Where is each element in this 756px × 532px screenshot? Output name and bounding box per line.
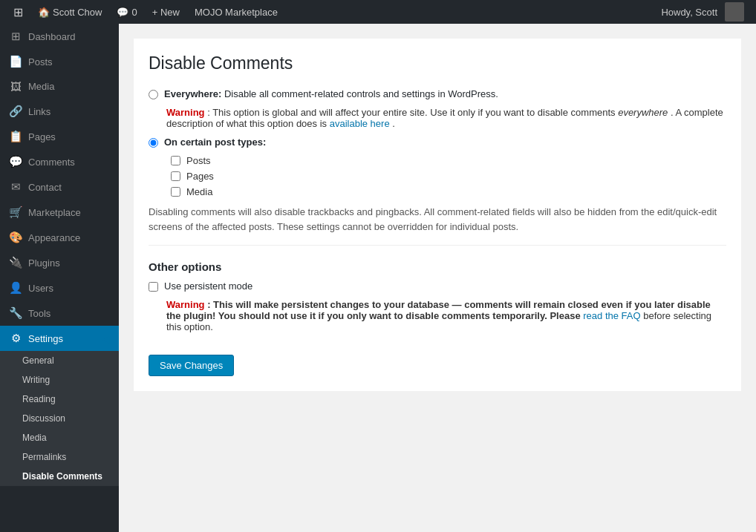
media-checkbox-label[interactable]: Media xyxy=(186,186,212,197)
pages-checkbox-row: Pages xyxy=(171,171,726,182)
active-arrow: ◀ xyxy=(102,333,110,344)
pages-checkbox[interactable] xyxy=(171,171,180,181)
certain-types-option-row: On certain post types: xyxy=(149,137,726,148)
media-icon: 🖼 xyxy=(9,80,22,93)
media-checkbox[interactable] xyxy=(171,187,180,197)
sidebar-item-appearance[interactable]: 🎨 Appearance xyxy=(0,225,119,250)
appearance-icon: 🎨 xyxy=(9,231,22,244)
section-divider xyxy=(149,245,726,246)
sidebar-item-comments[interactable]: 💬 Comments xyxy=(0,149,119,174)
new-label: + New xyxy=(152,7,180,18)
comments-count: 0 xyxy=(131,7,137,18)
plugins-icon: 🔌 xyxy=(9,256,22,269)
pages-checkbox-label[interactable]: Pages xyxy=(186,171,214,182)
media-checkbox-row: Media xyxy=(171,186,726,197)
main-content: Disable Comments Everywhere: Disable all… xyxy=(119,24,756,532)
site-name-button[interactable]: 🏠 Scott Chow xyxy=(30,0,109,24)
admin-bar: ⊞ 🏠 Scott Chow 💬 0 + New MOJO Marketplac… xyxy=(0,0,756,24)
sidebar-item-label: Appearance xyxy=(28,232,80,243)
sidebar-item-label: Links xyxy=(28,106,50,117)
new-content-button[interactable]: + New xyxy=(145,0,187,24)
sidebar-item-label: Contact xyxy=(28,182,62,193)
sidebar-item-media[interactable]: 🖼 Media xyxy=(0,74,119,99)
sidebar-item-label: Users xyxy=(28,283,53,294)
post-type-checkboxes: Posts Pages Media xyxy=(171,155,726,197)
comments-icon: 💬 xyxy=(9,155,22,168)
other-options-title: Other options xyxy=(149,260,726,273)
marketplace-icon: 🛒 xyxy=(9,206,22,219)
posts-icon: 📄 xyxy=(9,55,22,68)
sidebar-item-label: Marketplace xyxy=(28,207,81,218)
everywhere-option-row: Everywhere: Disable all comment-related … xyxy=(149,88,726,99)
persistent-warning: Warning : This will make persistent chan… xyxy=(166,299,726,332)
sidebar-item-posts[interactable]: 📄 Posts xyxy=(0,49,119,74)
comments-button[interactable]: 💬 0 xyxy=(109,0,144,24)
sidebar-item-label: Settings xyxy=(28,333,63,344)
radio-everywhere[interactable] xyxy=(149,90,158,99)
persistent-mode-row: Use persistent mode xyxy=(149,280,726,292)
warning-text1: : This option is global and will affect … xyxy=(207,107,618,118)
page-title: Disable Comments xyxy=(149,53,726,73)
home-icon: 🏠 xyxy=(38,7,50,18)
howdy-text: Howdy, Scott xyxy=(654,7,725,18)
sidebar-item-links[interactable]: 🔗 Links xyxy=(0,99,119,124)
dashboard-icon: ⊞ xyxy=(9,30,22,43)
user-avatar xyxy=(725,2,744,22)
submenu-item-discussion[interactable]: Discussion xyxy=(0,409,119,428)
submenu-item-media[interactable]: Media xyxy=(0,428,119,447)
submenu-item-reading[interactable]: Reading xyxy=(0,390,119,409)
posts-checkbox[interactable] xyxy=(171,156,180,165)
sidebar-item-pages[interactable]: 📋 Pages xyxy=(0,124,119,149)
sidebar-item-plugins[interactable]: 🔌 Plugins xyxy=(0,250,119,275)
submenu-item-permalinks[interactable]: Permalinks xyxy=(0,447,119,467)
sidebar: ⊞ Dashboard 📄 Posts 🖼 Media 🔗 Links 📋 Pa… xyxy=(0,24,119,532)
save-changes-button[interactable]: Save Changes xyxy=(149,355,234,376)
sidebar-item-users[interactable]: 👤 Users xyxy=(0,275,119,301)
warning-label-persistent: Warning xyxy=(166,299,205,310)
posts-checkbox-label[interactable]: Posts xyxy=(186,155,211,166)
sidebar-item-label: Pages xyxy=(28,131,56,142)
marketplace-button[interactable]: MOJO Marketplace xyxy=(187,0,285,24)
wp-logo-button[interactable]: ⊞ xyxy=(6,0,30,24)
persistent-mode-label[interactable]: Use persistent mode xyxy=(164,280,252,292)
posts-checkbox-row: Posts xyxy=(171,155,726,166)
form-actions: Save Changes xyxy=(149,347,726,376)
comments-icon: 💬 xyxy=(117,7,128,18)
links-icon: 🔗 xyxy=(9,105,22,118)
sidebar-item-dashboard[interactable]: ⊞ Dashboard xyxy=(0,24,119,49)
settings-icon: ⚙ xyxy=(9,332,22,345)
sidebar-item-label: Posts xyxy=(28,56,53,68)
radio-certain-types[interactable] xyxy=(149,138,158,148)
disabling-info-text: Disabling comments will also disable tra… xyxy=(149,205,726,234)
sidebar-item-label: Media xyxy=(28,81,54,92)
marketplace-label: MOJO Marketplace xyxy=(195,7,278,18)
everywhere-warning: Warning : This option is global and will… xyxy=(166,107,726,129)
sidebar-item-label: Tools xyxy=(28,308,50,319)
warning-label-everywhere: Warning xyxy=(166,107,205,118)
submenu-item-general[interactable]: General xyxy=(0,351,119,370)
persistent-mode-checkbox[interactable] xyxy=(149,282,158,292)
site-name-label: Scott Chow xyxy=(53,7,102,18)
pages-icon: 📋 xyxy=(9,130,22,143)
users-icon: 👤 xyxy=(9,281,22,295)
contact-icon: ✉ xyxy=(9,180,22,194)
certain-types-label[interactable]: On certain post types: xyxy=(164,137,266,148)
everywhere-label[interactable]: Everywhere: Disable all comment-related … xyxy=(164,88,498,99)
sidebar-item-contact[interactable]: ✉ Contact xyxy=(0,174,119,200)
read-faq-link[interactable]: read the FAQ xyxy=(583,310,640,321)
sidebar-item-tools[interactable]: 🔧 Tools xyxy=(0,301,119,326)
tools-icon: 🔧 xyxy=(9,306,22,320)
warning-end: . xyxy=(392,118,395,129)
warning-everywhere-word: everywhere xyxy=(618,107,668,118)
sidebar-item-label: Plugins xyxy=(28,257,60,269)
sidebar-item-label: Comments xyxy=(28,157,75,168)
available-here-link[interactable]: available here xyxy=(330,118,390,129)
wp-logo-icon: ⊞ xyxy=(13,5,23,19)
sidebar-item-marketplace[interactable]: 🛒 Marketplace xyxy=(0,200,119,225)
submenu-item-writing[interactable]: Writing xyxy=(0,370,119,390)
sidebar-item-label: Dashboard xyxy=(28,31,76,42)
submenu-item-disable-comments[interactable]: Disable Comments xyxy=(0,467,119,486)
sidebar-item-settings[interactable]: ⚙ Settings ◀ xyxy=(0,326,119,351)
